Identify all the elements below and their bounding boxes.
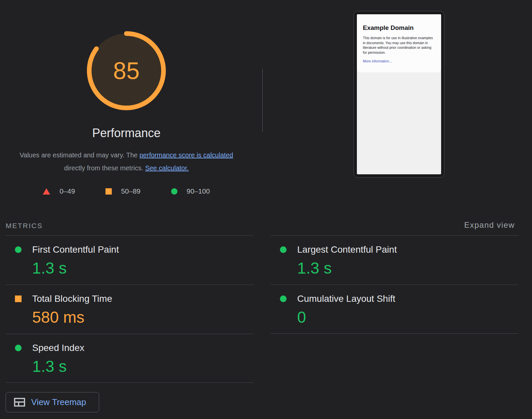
fail-triangle-icon [43, 188, 50, 195]
performance-score-gauge[interactable]: 85 [87, 31, 166, 111]
metric-name-row: Largest Contentful Paint [271, 244, 518, 255]
metric-speed-index: Speed Index 1.3 s [6, 334, 253, 383]
legend-item-fail: 0–49 [43, 187, 75, 195]
metric-value: 1.3 s [32, 357, 253, 376]
metric-cumulative-layout-shift: Cumulative Layout Shift 0 [271, 285, 518, 334]
metric-name: First Contentful Paint [32, 244, 119, 255]
legend-item-pass: 90–100 [171, 187, 210, 195]
screenshot-content-card: Example Domain This domain is for use in… [357, 14, 441, 72]
legend-range-label: 0–49 [59, 187, 75, 195]
screenshot-page-body: This domain is for use in illustrative e… [363, 36, 435, 55]
score-legend: 0–49 50–89 90–100 [0, 187, 253, 195]
legend-range-label: 50–89 [121, 187, 140, 195]
metric-status-icon [280, 295, 287, 302]
average-square-icon [105, 188, 112, 195]
performance-score-value: 85 [113, 59, 140, 83]
expand-view-button[interactable]: Expand view [464, 220, 515, 230]
disclaimer-text-middle: directly from these metrics. [64, 164, 145, 172]
metric-status-icon [15, 345, 22, 351]
metrics-column-left: First Contentful Paint 1.3 s Total Block… [6, 235, 253, 412]
metric-name-row: First Contentful Paint [6, 244, 253, 255]
metric-name-row: Speed Index [6, 343, 253, 353]
metrics-grid: First Contentful Paint 1.3 s Total Block… [6, 235, 518, 412]
legend-item-average: 50–89 [105, 187, 140, 195]
metrics-header: METRICS Expand view [6, 212, 518, 235]
metric-largest-contentful-paint: Largest Contentful Paint 1.3 s [271, 235, 518, 285]
performance-title: Performance [0, 126, 253, 140]
screenshot-page: Example Domain This domain is for use in… [357, 14, 441, 174]
treemap-row: View Treemap [6, 392, 253, 412]
legend-range-label: 90–100 [187, 187, 210, 195]
metric-value: 0 [297, 308, 518, 326]
final-screenshot-thumbnail: Example Domain This domain is for use in… [354, 11, 444, 178]
view-treemap-label: View Treemap [31, 397, 86, 407]
metric-name: Largest Contentful Paint [297, 244, 397, 255]
metric-value: 1.3 s [32, 259, 253, 277]
disclaimer-text-before: Values are estimated and may vary. The [20, 151, 139, 159]
treemap-icon [14, 398, 25, 407]
screenshot-more-information-link: More information... [363, 59, 392, 63]
metric-status-icon [15, 246, 22, 253]
metric-value: 1.3 s [297, 259, 518, 277]
metric-status-icon [280, 246, 287, 253]
metric-status-icon [15, 295, 22, 302]
metric-name-row: Total Blocking Time [6, 293, 253, 304]
pass-circle-icon [171, 188, 177, 195]
performance-summary: 85 Performance Values are estimated and … [0, 0, 532, 212]
metric-total-blocking-time: Total Blocking Time 580 ms [6, 285, 253, 334]
metrics-section: METRICS Expand view First Contentful Pai… [6, 212, 518, 412]
metrics-column-right: Largest Contentful Paint 1.3 s Cumulativ… [271, 235, 518, 412]
performance-score-calculated-link[interactable]: performance score is calculated [139, 151, 233, 159]
metric-name: Total Blocking Time [32, 293, 112, 304]
view-treemap-button[interactable]: View Treemap [6, 392, 99, 412]
score-disclaimer: Values are estimated and may vary. The p… [0, 149, 253, 175]
metric-value: 580 ms [32, 308, 253, 326]
metric-name: Speed Index [32, 343, 84, 353]
metric-name: Cumulative Layout Shift [297, 293, 395, 304]
metric-first-contentful-paint: First Contentful Paint 1.3 s [6, 235, 253, 285]
screenshot-page-heading: Example Domain [363, 24, 435, 32]
see-calculator-link[interactable]: See calculator. [145, 164, 189, 172]
metric-name-row: Cumulative Layout Shift [271, 293, 518, 304]
metrics-section-title: METRICS [6, 222, 43, 230]
summary-vertical-divider [262, 69, 263, 132]
